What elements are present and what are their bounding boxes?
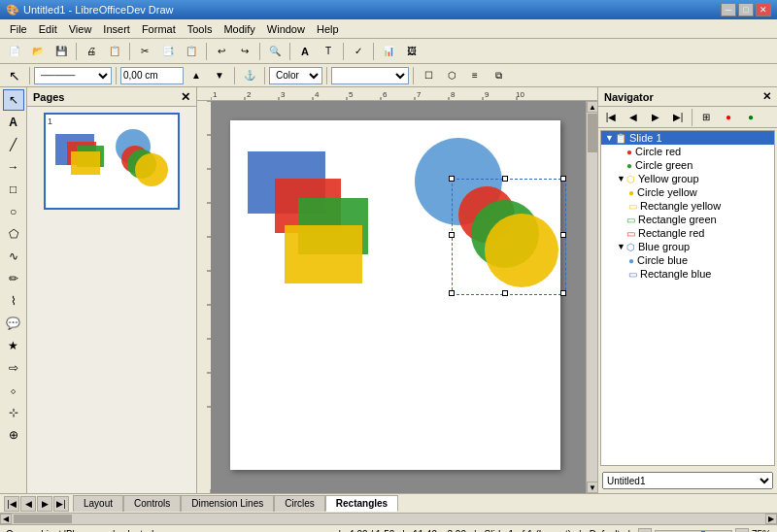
tab-controls[interactable]: Controls [123, 495, 181, 512]
file-select[interactable]: Untitled1 [602, 472, 773, 489]
nav-toggle-btn[interactable]: ⊞ [695, 108, 717, 127]
nav-circle-red[interactable]: ● Circle red [601, 145, 774, 158]
navigator-close-button[interactable]: ✕ [762, 90, 771, 103]
menu-file[interactable]: File [4, 21, 33, 37]
symbol-tool[interactable]: ★ [3, 335, 24, 356]
3d-btn[interactable]: ⬡ [441, 66, 462, 85]
scroll-up-button[interactable]: ▲ [587, 101, 597, 113]
handle-tc[interactable] [502, 176, 508, 182]
nav-color-btn-r[interactable]: ● [718, 108, 739, 127]
vertical-scrollbar[interactable]: ▲ ▼ [586, 101, 597, 493]
zoom-decrease[interactable]: - [638, 528, 652, 533]
arrow-tool-lt[interactable]: → [3, 156, 24, 178]
tab-nav-prev[interactable]: ◀ [20, 496, 36, 512]
menu-tools[interactable]: Tools [182, 21, 219, 37]
tab-nav-first[interactable]: |◀ [4, 496, 19, 512]
arrow-tool[interactable]: ↖ [4, 66, 25, 85]
handle-tl[interactable] [449, 176, 455, 182]
yellow-group-arrow[interactable]: ▼ [617, 174, 626, 183]
nav-circle-blue[interactable]: ● Circle blue [601, 253, 774, 267]
shape-rectangle-yellow[interactable] [285, 225, 362, 283]
handle-ml[interactable] [449, 232, 455, 238]
scroll-down-button[interactable]: ▼ [587, 482, 597, 493]
nav-btn-1[interactable]: |◀ [600, 108, 622, 127]
tab-circles[interactable]: Circles [274, 495, 325, 512]
text-box-btn[interactable]: A [294, 42, 316, 61]
nav-slide1[interactable]: ▼ 📋 Slide 1 [601, 131, 774, 145]
line-tool[interactable]: ╱ [3, 134, 24, 155]
fontname-btn[interactable]: T [318, 42, 339, 61]
nav-btn-4[interactable]: ▶| [667, 108, 689, 127]
maximize-button[interactable]: □ [738, 3, 754, 17]
nav-btn-2[interactable]: ◀ [623, 108, 644, 127]
pdf-button[interactable]: 📋 [104, 42, 125, 61]
nav-rect-yellow[interactable]: ▭ Rectangle yellow [601, 199, 774, 213]
save-button[interactable]: 💾 [51, 42, 72, 61]
minimize-button[interactable]: ─ [721, 3, 736, 17]
menu-window[interactable]: Window [261, 21, 311, 37]
shadow-btn[interactable]: ☐ [418, 66, 439, 85]
close-button[interactable]: ✕ [756, 3, 771, 17]
rect-tool[interactable]: □ [3, 179, 24, 200]
menu-help[interactable]: Help [311, 21, 345, 37]
zoom-tool[interactable]: ⊕ [3, 424, 24, 446]
tab-dimension-lines[interactable]: Dimension Lines [181, 495, 274, 512]
menu-view[interactable]: View [63, 21, 98, 37]
gallery-btn[interactable]: 🖼 [401, 42, 422, 61]
shape-circle-yellow[interactable] [485, 214, 558, 287]
snap-tool[interactable]: ⊹ [3, 402, 24, 423]
hscroll-left[interactable]: ◀ [0, 514, 12, 524]
menu-insert[interactable]: Insert [97, 21, 136, 37]
menu-modify[interactable]: Modify [218, 21, 260, 37]
paste-button[interactable]: 📋 [181, 42, 202, 61]
slide-canvas[interactable] [230, 120, 560, 470]
color-mode-combo[interactable]: Color [269, 67, 322, 84]
ellipse-tool[interactable]: ○ [3, 201, 24, 222]
handle-br[interactable] [560, 290, 566, 296]
horizontal-scrollbar[interactable]: ◀ ▶ [0, 513, 777, 524]
nav-rect-red[interactable]: ▭ Rectangle red [601, 226, 774, 240]
nav-circle-green[interactable]: ● Circle green [601, 158, 774, 172]
cut-button[interactable]: ✂ [134, 42, 155, 61]
zoom-increase[interactable]: + [735, 528, 749, 533]
anchor-btn[interactable]: ⚓ [239, 66, 260, 85]
nav-btn-3[interactable]: ▶ [645, 108, 666, 127]
align-btn[interactable]: ≡ [464, 66, 486, 85]
tab-rectangles[interactable]: Rectangles [325, 495, 398, 512]
canvas-area[interactable]: 1 2 3 4 5 6 7 8 9 10 [197, 87, 597, 493]
select-tool[interactable]: ↖ [3, 89, 24, 111]
hscroll-right[interactable]: ▶ [765, 514, 777, 524]
redo-button[interactable]: ↪ [234, 42, 255, 61]
flowchart-tool[interactable]: ⬦ [3, 380, 24, 401]
line-style-combo[interactable]: ───── [34, 67, 112, 84]
blue-group-arrow[interactable]: ▼ [617, 242, 626, 251]
navigator-file-combo[interactable]: Untitled1 [602, 472, 773, 489]
slide1-arrow[interactable]: ▼ [605, 133, 615, 143]
unit-spin-up[interactable]: ▲ [186, 66, 207, 85]
menu-format[interactable]: Format [136, 21, 182, 37]
undo-button[interactable]: ↩ [211, 42, 232, 61]
tab-layout[interactable]: Layout [73, 495, 123, 512]
hscroll-thumb[interactable] [14, 515, 72, 523]
position-x-input[interactable] [120, 67, 184, 84]
scroll-thumb[interactable] [588, 114, 597, 152]
freeform-tool[interactable]: ✏ [3, 268, 24, 289]
open-button[interactable]: 📂 [27, 42, 49, 61]
handle-tr[interactable] [560, 176, 566, 182]
spellcheck-btn[interactable]: ✓ [348, 42, 369, 61]
arrange-btn[interactable]: ⧉ [488, 66, 509, 85]
callout-tool[interactable]: 💬 [3, 313, 24, 334]
nav-blue-group[interactable]: ▼ ⬡ Blue group [601, 240, 774, 253]
unit-spin-dn[interactable]: ▼ [209, 66, 230, 85]
connector-tool[interactable]: ⌇ [3, 290, 24, 312]
handle-bl[interactable] [449, 290, 455, 296]
page-thumbnail[interactable]: 1 [44, 113, 180, 210]
gradient-combo[interactable] [331, 67, 409, 84]
find-button[interactable]: 🔍 [264, 42, 286, 61]
tab-nav-next[interactable]: ▶ [37, 496, 52, 512]
nav-rect-blue[interactable]: ▭ Rectangle blue [601, 267, 774, 281]
curve-tool[interactable]: ∿ [3, 246, 24, 267]
nav-circle-yellow[interactable]: ● Circle yellow [601, 185, 774, 199]
nav-yellow-group[interactable]: ▼ ⬡ Yellow group [601, 172, 774, 185]
handle-mr[interactable] [560, 232, 566, 238]
